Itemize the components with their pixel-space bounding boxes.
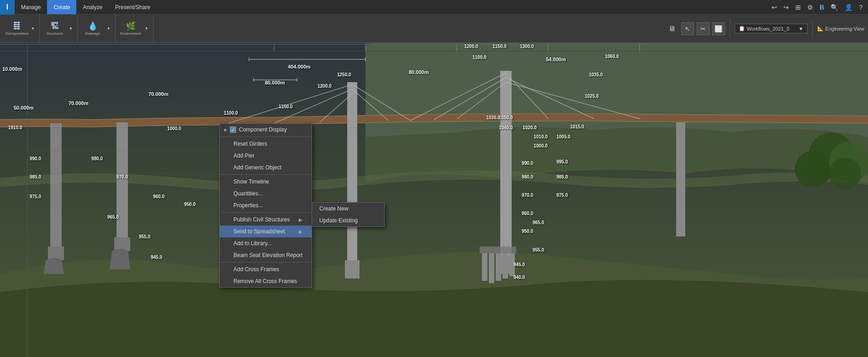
redo-icon[interactable]: ↪: [782, 3, 791, 12]
grid-icon[interactable]: ⊞: [794, 3, 803, 12]
measurement-50m: 50.000m: [14, 105, 33, 110]
elev-970-r: 970.0: [522, 193, 533, 198]
submenu-item-create-new[interactable]: Create New: [312, 203, 384, 215]
measurement-80m-2: 80.000m: [409, 69, 429, 75]
structures-label: Structures: [47, 32, 63, 36]
environment-arrow-icon: ▼: [145, 26, 148, 31]
box-tool-btn[interactable]: ⬜: [712, 22, 725, 35]
properties-label: Properties...: [233, 202, 263, 209]
transportation-dropdown[interactable]: ▼: [28, 26, 37, 31]
elev-1200-1: 1200.0: [318, 84, 332, 89]
add-library-label: Add to Library...: [233, 240, 272, 247]
submenu-item-update-existing[interactable]: Update Existing: [312, 215, 384, 226]
workflow-icon: 📋: [739, 26, 745, 31]
structures-btn[interactable]: 🏗 Structures: [44, 16, 65, 41]
context-menu-item-add-library[interactable]: Add to Library...: [220, 237, 312, 249]
context-menu-item-reset-girders[interactable]: Reset Girders: [220, 138, 312, 150]
environment-btn[interactable]: 🌿 Environment: [120, 16, 141, 41]
elev-990-r: 990.0: [522, 161, 533, 166]
structures-arrow-icon: ▼: [69, 26, 73, 31]
elev-1015-fr: 1015.0: [570, 124, 584, 129]
elev-1300: 1300.0: [520, 44, 534, 49]
environment-dropdown[interactable]: ▼: [142, 26, 150, 31]
user-icon[interactable]: 👤: [843, 3, 854, 12]
svg-rect-21: [480, 247, 516, 253]
help-icon[interactable]: ?: [857, 3, 864, 12]
structures-dropdown[interactable]: ▼: [66, 26, 74, 31]
menu-create[interactable]: Create: [47, 0, 76, 14]
measurement-80m-1: 80.000m: [265, 80, 285, 85]
monitor-icon-btn[interactable]: 🖥: [666, 22, 678, 35]
component-display-checkbox[interactable]: ✓: [230, 126, 236, 133]
context-menu-item-publish-civil[interactable]: Publish Civil Structures ▶: [220, 214, 312, 226]
svg-point-44: [829, 158, 861, 189]
context-menu-item-properties[interactable]: Properties...: [220, 200, 312, 211]
elev-1005-fr: 1005.0: [556, 134, 571, 139]
measurement-70m-2: 70.000m: [148, 91, 168, 97]
elev-990-l: 990.0: [30, 156, 41, 161]
elev-980-r: 980.0: [522, 174, 533, 179]
add-generic-object-label: Add Generic Object: [233, 164, 281, 171]
transportation-btn[interactable]: 🛤 Transportation: [6, 16, 27, 41]
context-menu-item-beam-seat[interactable]: Beam Seat Elevation Report: [220, 249, 312, 261]
select-tool-btn[interactable]: ↖: [681, 22, 694, 35]
context-menu-item-add-pier[interactable]: Add Pier: [220, 150, 312, 162]
menu-present-share[interactable]: Present/Share: [109, 0, 157, 14]
elev-1040-r: 1040.0: [499, 125, 513, 130]
drainage-dropdown[interactable]: ▼: [104, 26, 112, 31]
separator-1: [220, 136, 312, 137]
context-menu-item-remove-cross-frames[interactable]: Remove All Cross Frames: [220, 275, 312, 287]
context-menu-item-add-generic-object[interactable]: Add Generic Object: [220, 162, 312, 173]
submenu: Create New Update Existing: [312, 202, 385, 227]
send-spreadsheet-arrow-icon: ▶: [299, 229, 302, 234]
view-label[interactable]: 📐 Engineering View: [817, 26, 864, 31]
measurement-10m: 10.000m: [2, 66, 22, 72]
context-menu-item-component-display[interactable]: ▶ ✓ Component Display: [220, 124, 312, 136]
settings-icon[interactable]: ⚙: [805, 3, 815, 12]
context-menu-item-send-spreadsheet[interactable]: Send to Spreadsheet ▶: [220, 226, 312, 237]
menu-analyze[interactable]: Analyze: [76, 0, 109, 14]
search-icon[interactable]: 🔍: [829, 3, 840, 12]
environment-icon: 🌿: [126, 21, 136, 31]
separator-3: [220, 212, 312, 213]
elev-1100-1: 1100.0: [224, 110, 238, 116]
elev-985-fr: 985.0: [556, 174, 568, 179]
quantities-label: Quantities...: [233, 190, 263, 197]
measurement-404m: 404.000m: [288, 64, 311, 69]
separator-2: [220, 174, 312, 175]
workflow-label: Workflows_2021_0: [747, 26, 789, 31]
elev-995-fr: 995.0: [556, 159, 568, 164]
separator-4: [220, 262, 312, 262]
drainage-btn[interactable]: 💧 Drainage: [82, 16, 103, 41]
workflow-dropdown[interactable]: 📋 Workflows_2021_0 ▼: [735, 24, 808, 33]
elev-1100-r: 1100.0: [472, 55, 487, 60]
context-menu-item-show-timeline[interactable]: Show Timeline: [220, 176, 312, 188]
menu-manage[interactable]: Manage: [15, 0, 47, 14]
elev-1000-r: 1000.0: [534, 143, 548, 148]
context-menu-item-quantities[interactable]: Quantities...: [220, 188, 312, 200]
elev-950-r: 950.0: [522, 229, 533, 234]
elev-965-fr: 965.0: [533, 220, 544, 225]
measurement-70m-1: 70.000m: [69, 100, 88, 106]
drainage-icon: 💧: [88, 21, 98, 31]
brand-icon: B: [818, 3, 826, 12]
cut-tool-btn[interactable]: ✂: [697, 22, 709, 35]
workflow-arrow-icon: ▼: [799, 26, 804, 31]
elev-1000-1: 1000.0: [167, 126, 181, 131]
elev-945: 945.0: [151, 255, 162, 260]
beam-seat-label: Beam Seat Elevation Report: [233, 252, 302, 258]
add-cross-frames-label: Add Cross Frames: [233, 266, 279, 273]
environment-label: Environment: [120, 32, 141, 36]
context-menu-item-add-cross-frames[interactable]: Add Cross Frames: [220, 263, 312, 275]
elev-945-fr: 945.0: [513, 262, 525, 267]
svg-rect-23: [489, 253, 494, 283]
undo-icon[interactable]: ↩: [770, 3, 779, 12]
elev-1250: 1250.0: [337, 72, 351, 77]
structures-group: 🏗 Structures ▼: [42, 15, 78, 42]
submenu-triangle-icon: ▶: [224, 128, 227, 132]
transportation-label: Transportation: [5, 32, 28, 36]
elev-1035: 1035.0: [589, 72, 603, 77]
elev-1025: 1025.0: [585, 94, 599, 99]
remove-cross-frames-label: Remove All Cross Frames: [233, 278, 297, 284]
elev-1200-r: 1200.0: [464, 44, 478, 49]
